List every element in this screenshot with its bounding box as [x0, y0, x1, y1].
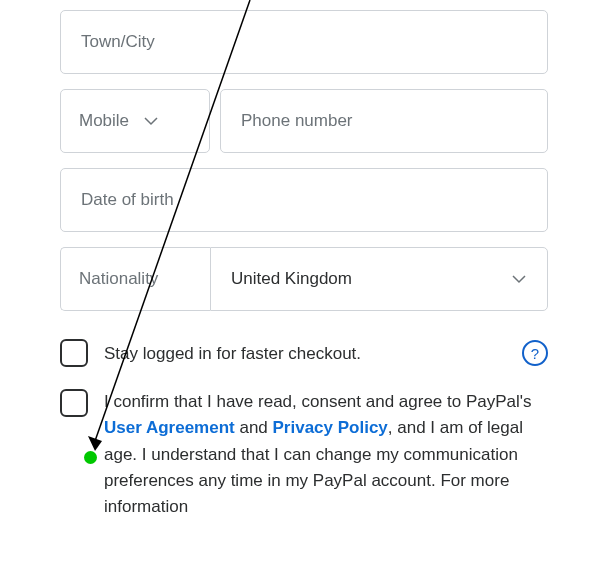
nationality-select[interactable]: United Kingdom: [210, 247, 548, 311]
nationality-value: United Kingdom: [231, 269, 352, 289]
phone-type-select[interactable]: Mobile: [60, 89, 210, 153]
chevron-down-icon: [143, 113, 159, 129]
dob-placeholder: Date of birth: [81, 190, 174, 210]
town-city-placeholder: Town/City: [81, 32, 155, 52]
privacy-policy-link[interactable]: Privacy Policy: [273, 418, 388, 437]
nationality-label: Nationality: [79, 269, 158, 289]
consent-part1: I confirm that I have read, consent and …: [104, 392, 532, 411]
town-city-field[interactable]: Town/City: [60, 10, 548, 74]
help-icon[interactable]: ?: [522, 340, 548, 366]
nationality-label-box: Nationality: [60, 247, 210, 311]
consent-row: I confirm that I have read, consent and …: [60, 389, 548, 521]
stay-logged-checkbox[interactable]: [60, 339, 88, 367]
phone-number-field[interactable]: Phone number: [220, 89, 548, 153]
stay-logged-row: Stay logged in for faster checkout. ?: [60, 339, 548, 367]
chevron-down-icon: [511, 271, 527, 287]
dob-field[interactable]: Date of birth: [60, 168, 548, 232]
nationality-row: Nationality United Kingdom: [60, 247, 548, 311]
consent-checkbox[interactable]: [60, 389, 88, 417]
user-agreement-link[interactable]: User Agreement: [104, 418, 235, 437]
phone-type-label: Mobile: [79, 111, 129, 131]
stay-logged-label: Stay logged in for faster checkout.: [104, 339, 506, 367]
consent-text: I confirm that I have read, consent and …: [104, 389, 548, 521]
consent-mid: and: [235, 418, 273, 437]
phone-row: Mobile Phone number: [60, 89, 548, 153]
phone-number-placeholder: Phone number: [241, 111, 353, 131]
